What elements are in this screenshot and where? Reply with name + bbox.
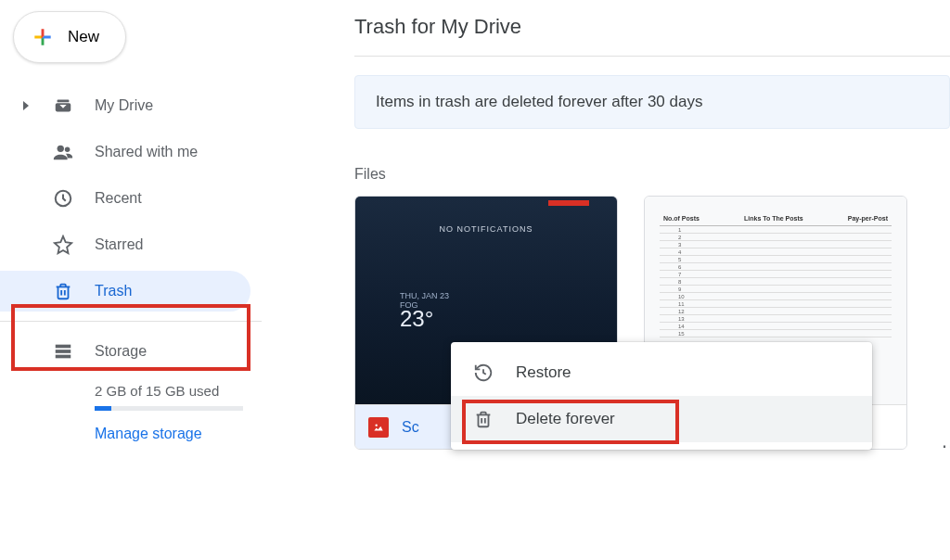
sidebar-item-trash[interactable]: Trash [0,271,250,312]
thumb-date: THU, JAN 23 [400,291,449,300]
divider [0,321,262,322]
storage-icon [52,340,74,363]
trash-outline-icon [473,409,494,429]
thumb-text: NO NOTIFICATIONS [355,224,617,234]
restore-icon [473,363,494,383]
people-icon [52,141,74,163]
info-banner: Items in trash are deleted forever after… [354,75,950,129]
svg-point-1 [58,146,64,152]
svg-point-2 [65,147,71,153]
svg-rect-0 [58,100,70,103]
storage-bar-fill [95,406,111,411]
storage-bar [95,406,243,411]
sidebar: New My Drive Shared with me Recent [0,0,262,560]
trash-icon [52,280,74,302]
sidebar-item-starred[interactable]: Starred [0,224,250,265]
svg-rect-6 [56,355,71,359]
sidebar-item-label: Starred [95,236,143,253]
context-menu: Restore Delete forever [451,342,872,450]
sidebar-item-label: My Drive [95,97,153,114]
svg-point-7 [376,424,378,426]
sidebar-item-recent[interactable]: Recent [0,178,250,219]
new-button[interactable]: New [13,11,126,63]
file-name: Sc [402,419,419,436]
ss-col: No.of Posts [663,215,700,222]
sidebar-item-label: Shared with me [95,144,198,160]
sidebar-item-my-drive[interactable]: My Drive [0,85,250,126]
sidebar-item-label: Storage [95,343,147,360]
files-section-header: Files [354,166,950,183]
svg-rect-5 [56,350,71,353]
sidebar-item-shared[interactable]: Shared with me [0,132,250,172]
new-button-label: New [68,28,99,46]
image-file-icon [368,417,389,438]
menu-item-label: Restore [516,363,571,382]
thumb-temp: 23° [400,306,433,332]
menu-item-label: Delete forever [516,410,615,428]
sidebar-item-label: Trash [95,283,132,299]
manage-storage-link[interactable]: Manage storage [95,426,262,442]
files-row: NO NOTIFICATIONS THU, JAN 23 FOG 23° Sc [354,196,950,450]
ss-col: Links To The Posts [744,215,803,222]
page-title: Trash for My Drive [354,15,950,39]
menu-item-restore[interactable]: Restore [451,350,872,396]
ss-col: Pay-per-Post [848,215,888,222]
main-content: Trash for My Drive Items in trash are de… [262,0,950,560]
more-icon[interactable]: … [941,429,950,453]
drive-icon [52,95,74,117]
sidebar-item-label: Recent [95,190,142,207]
chevron-right-icon [20,101,32,110]
svg-rect-4 [56,345,71,349]
menu-item-delete-forever[interactable]: Delete forever [451,396,872,442]
star-icon [52,234,74,256]
divider [354,56,950,57]
clock-icon [52,187,74,210]
plus-icon [31,25,55,49]
storage-usage-text: 2 GB of 15 GB used [95,383,262,399]
sidebar-item-storage[interactable]: Storage [0,331,250,372]
